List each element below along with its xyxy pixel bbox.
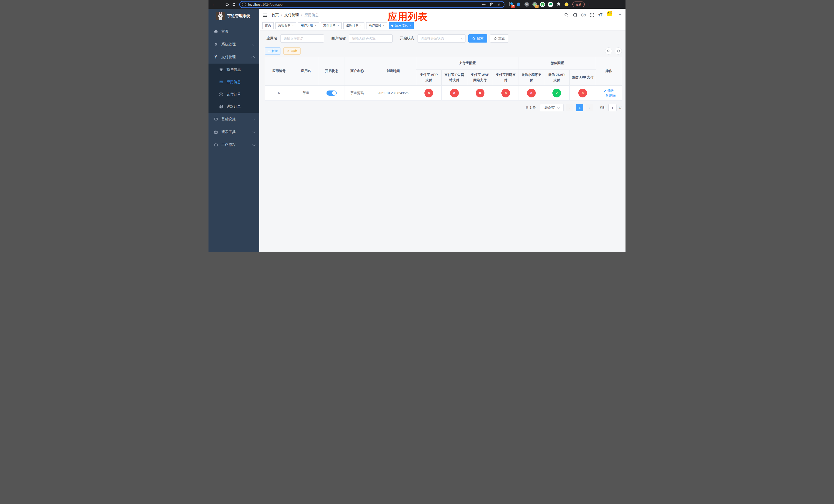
reset-button[interactable]: 重置: [490, 35, 509, 43]
channel-status-icon: [424, 89, 433, 97]
browser-profile-avatar[interactable]: [564, 2, 569, 7]
sidebar-logo[interactable]: 芋道管理系统: [208, 9, 259, 23]
edit-button[interactable]: 修改: [604, 88, 614, 93]
sidebar-item-app-info[interactable]: 应用信息: [208, 76, 259, 88]
page-number-button[interactable]: 1: [576, 104, 583, 111]
emoji-avatar-icon: [564, 2, 569, 7]
extension-y-icon[interactable]: y: [540, 2, 545, 7]
cell-app-name: 芋道: [293, 86, 319, 100]
tab-user-group[interactable]: 用户分组×: [298, 22, 319, 29]
sidebar-item-merchant-info[interactable]: 商户信息: [208, 64, 259, 76]
export-button[interactable]: 导出: [283, 47, 301, 54]
share-icon[interactable]: [489, 2, 494, 6]
extension-command-icon[interactable]: ⌘: [524, 2, 529, 7]
goto-page: 前往 页: [599, 104, 622, 111]
navbar: 首页 / 支付管理 / 应用信息 ? TT: [259, 9, 626, 21]
tab-close-icon[interactable]: ×: [360, 24, 361, 27]
password-key-icon[interactable]: [482, 2, 486, 6]
bookmark-star-icon[interactable]: ☆: [497, 2, 501, 6]
search-icon: [472, 37, 476, 40]
tab-close-icon[interactable]: ×: [337, 24, 339, 27]
github-icon[interactable]: [573, 13, 577, 18]
browser-back-button[interactable]: ←: [211, 1, 217, 8]
browser-reload-button[interactable]: [224, 1, 231, 8]
sidebar-item-payment[interactable]: ¥ 支付管理: [208, 51, 259, 64]
sidebar-item-label: 首页: [221, 29, 228, 34]
extension-recorder-icon[interactable]: 1: [532, 2, 537, 7]
url-bar[interactable]: i localhost:1024/pay/app ☆: [239, 1, 504, 8]
tab-home[interactable]: 首页: [262, 22, 273, 29]
tab-label: 应用信息: [395, 23, 408, 28]
channel-status-icon: [578, 89, 587, 97]
next-page-button[interactable]: ›: [586, 104, 593, 111]
page-size-select[interactable]: 10条/页: [540, 104, 564, 111]
refresh-table-button[interactable]: [615, 47, 622, 54]
sidebar-item-dev-tools[interactable]: 研发工具: [208, 125, 259, 138]
app-name-input[interactable]: [280, 35, 324, 43]
add-button[interactable]: + 新增: [265, 47, 281, 54]
tab-close-icon[interactable]: ×: [292, 24, 294, 27]
help-icon[interactable]: ?: [581, 13, 586, 17]
font-size-icon[interactable]: TT: [598, 13, 602, 18]
tab-close-icon[interactable]: ×: [409, 24, 411, 27]
sidebar-item-label: 研发工具: [221, 130, 236, 134]
status-toggle[interactable]: [327, 91, 337, 96]
col-alipay-wap: 支付宝 WAP 网站支付: [467, 70, 493, 86]
extension-tag-manager-icon[interactable]: 10: [508, 2, 513, 7]
extension-balloon-icon[interactable]: [516, 2, 521, 7]
user-avatar[interactable]: [607, 11, 615, 19]
dashboard-icon: [214, 29, 218, 34]
balloon-glyph: [517, 3, 520, 6]
page-info-icon[interactable]: i: [242, 3, 246, 6]
sidebar-item-system[interactable]: 系统管理: [208, 38, 259, 51]
merchant-name-input[interactable]: [349, 35, 393, 43]
sidebar-item-label: 商户信息: [226, 67, 241, 72]
sidebar-item-refund-orders[interactable]: 退款订单: [208, 100, 259, 113]
tab-label: 商户信息: [369, 23, 381, 28]
col-app-name: 应用名: [293, 57, 319, 86]
tab-merchant-info[interactable]: 商户信息×: [366, 22, 387, 29]
pagination: 共 1 条 10条/页 ‹ 1 › 前往 页: [265, 104, 622, 111]
sidebar-item-pay-orders[interactable]: ¥ 支付订单: [208, 88, 259, 100]
cell-merchant: 芋道源码: [345, 86, 370, 100]
channel-status-icon: [450, 89, 459, 97]
avatar-dropdown-caret-icon[interactable]: [619, 14, 621, 17]
breadcrumb-home[interactable]: 首页: [271, 13, 279, 18]
search-button[interactable]: 搜索: [468, 35, 487, 43]
browser-update-button[interactable]: 更新: [572, 2, 585, 7]
cell-status: [319, 86, 345, 100]
status-select[interactable]: 请选择开启状态: [417, 35, 466, 43]
fullscreen-icon[interactable]: [590, 13, 594, 18]
grid-table-icon: [219, 80, 223, 84]
extensions-puzzle-icon[interactable]: [556, 2, 561, 7]
search-icon[interactable]: [564, 13, 569, 18]
extension-chat-icon[interactable]: [548, 2, 553, 7]
tab-close-icon[interactable]: ×: [315, 24, 316, 27]
tab-pay-orders[interactable]: 支付订单×: [321, 22, 342, 29]
browser-forward-button[interactable]: →: [217, 1, 224, 8]
sidebar-item-label: 工作流程: [221, 142, 236, 147]
browser-home-button[interactable]: [231, 1, 237, 8]
toggle-search-button[interactable]: [605, 47, 612, 54]
browser-menu-icon[interactable]: ⋮: [587, 2, 591, 6]
sidebar-item-home[interactable]: 首页: [208, 25, 259, 38]
tags-view-bar: 首页 流程表单× 用户分组× 支付订单× 退款订单× 商户信息× 应用信息×: [259, 21, 626, 30]
breadcrumb-separator: /: [301, 13, 302, 17]
sidebar-collapse-icon[interactable]: [262, 13, 267, 18]
col-wechat-jsapi: 微信 JSAPI 支付: [544, 70, 570, 86]
app-name-label: 应用名: [266, 36, 277, 41]
col-merchant: 商户名称: [345, 57, 370, 86]
sidebar-item-workflow[interactable]: 工作流程: [208, 138, 259, 151]
cell-app-id: 6: [265, 86, 293, 100]
sidebar-item-label: 退款订单: [226, 104, 241, 109]
tab-process-form[interactable]: 流程表单×: [276, 22, 296, 29]
tab-refund-orders[interactable]: 退款订单×: [344, 22, 364, 29]
tab-close-icon[interactable]: ×: [383, 24, 385, 27]
goto-page-input[interactable]: [608, 104, 616, 111]
sidebar-item-label: 支付订单: [226, 92, 241, 97]
breadcrumb-payment[interactable]: 支付管理: [284, 13, 299, 18]
add-button-label: 新增: [271, 49, 278, 53]
prev-page-button[interactable]: ‹: [566, 104, 573, 111]
delete-button[interactable]: 删除: [605, 93, 616, 98]
sidebar-item-infrastructure[interactable]: 基础设施: [208, 113, 259, 125]
